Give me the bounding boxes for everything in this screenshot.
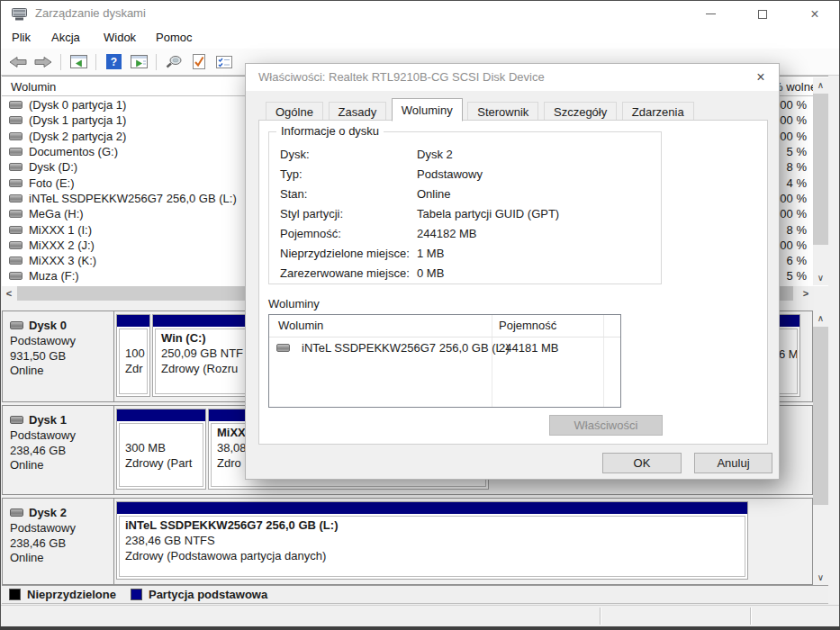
disk-pane-scrollbar[interactable]: ∧ ∨ xyxy=(813,310,828,585)
legend-primary-partition: Partycja podstawowa xyxy=(131,588,267,601)
maximize-button[interactable] xyxy=(745,1,781,27)
back-button[interactable] xyxy=(6,51,30,73)
volume-icon xyxy=(9,179,23,187)
disk-status: Online xyxy=(10,458,113,473)
window-bottom-border xyxy=(0,626,840,630)
show-console-tree-button[interactable] xyxy=(67,51,90,73)
scrollbar-thumb[interactable] xyxy=(813,94,828,245)
dialog-volumes-table[interactable]: Wolumin Pojemność iNTeL SSDPEKKW256G7 25… xyxy=(268,314,621,408)
volume-icon xyxy=(9,132,23,140)
disk-management-app-icon xyxy=(12,8,27,21)
groupbox-legend: Informacje o dysku xyxy=(276,124,384,138)
scroll-up-icon[interactable]: ∧ xyxy=(813,310,828,325)
show-action-pane-button[interactable] xyxy=(127,51,150,73)
info-row: Stan:Online xyxy=(280,184,661,203)
disk-size: 238,46 GB xyxy=(10,536,113,552)
toolbar-separator xyxy=(156,54,157,70)
disk-size: 931,50 GB xyxy=(10,349,113,364)
rescan-disks-button[interactable] xyxy=(162,51,185,73)
scroll-down-icon[interactable]: ∨ xyxy=(813,570,828,584)
close-icon: × xyxy=(756,69,764,86)
status-bar xyxy=(1,605,839,626)
dialog-title: Właściwości: Realtek RTL9210B-CG SCSI Di… xyxy=(258,70,545,84)
svg-text:?: ? xyxy=(110,56,116,68)
menu-akcja[interactable]: Akcja xyxy=(51,31,80,44)
help-button[interactable]: ? xyxy=(102,51,125,73)
menu-pomoc[interactable]: Pomoc xyxy=(156,31,192,44)
dialog-title-bar: Właściwości: Realtek RTL9210B-CG SCSI Di… xyxy=(246,64,779,91)
volume-icon xyxy=(9,148,23,156)
back-icon xyxy=(9,56,27,68)
scroll-down-icon[interactable]: ∨ xyxy=(813,270,828,284)
statusbar-separator xyxy=(750,608,751,625)
info-row: Dysk:Dysk 2 xyxy=(280,144,661,164)
column-header-volume[interactable]: Wolumin xyxy=(11,80,56,94)
table-row[interactable]: iNTeL SSDPEKKW256G7 256,0 GB (L:) 244181… xyxy=(269,338,620,357)
minimize-icon xyxy=(706,14,716,14)
dialog-tabs: Ogólne Zasady Woluminy Sterownik Szczegó… xyxy=(266,100,696,121)
disk-2-info[interactable]: Dysk 2 Podstawowy 238,46 GB Online xyxy=(3,499,114,584)
rescan-disks-icon xyxy=(166,55,182,68)
volume-icon xyxy=(9,116,23,124)
primary-partition-swatch xyxy=(131,589,142,600)
scrollbar-thumb[interactable] xyxy=(813,327,828,505)
volume-icon xyxy=(9,210,23,218)
scroll-left-icon[interactable]: < xyxy=(2,286,16,301)
volume-icon xyxy=(9,163,23,171)
volume-icon xyxy=(9,256,23,265)
info-row: Zarezerwowane miejsce:0 MB xyxy=(280,263,661,283)
scrollbar-corner xyxy=(813,286,828,301)
check-document-button[interactable] xyxy=(187,51,211,73)
tab-woluminy[interactable]: Woluminy xyxy=(392,98,463,122)
disk-info-groupbox: Informacje o dysku Dysk:Dysk 2 Typ:Podst… xyxy=(268,131,662,284)
legend-unallocated: Nieprzydzielone xyxy=(9,588,116,601)
info-row: Pojemność:244182 MB xyxy=(280,223,661,243)
ok-button[interactable]: OK xyxy=(602,453,682,473)
disk-icon xyxy=(10,416,23,424)
disk-type: Podstawowy xyxy=(10,428,113,444)
forward-icon xyxy=(34,56,52,68)
column-header-pojemnosc[interactable]: Pojemność xyxy=(499,319,556,332)
column-header-wolumin[interactable]: Wolumin xyxy=(278,319,323,332)
menu-bar: Plik Akcja Widok Pomoc xyxy=(1,27,839,49)
partition-legend: Nieprzydzielone Partycja podstawowa xyxy=(2,585,828,604)
cancel-button[interactable]: Anuluj xyxy=(694,453,772,473)
dialog-close-button[interactable]: × xyxy=(746,64,775,91)
info-row: Nieprzydzielone miejsce:1 MB xyxy=(280,243,661,263)
show-action-pane-icon xyxy=(131,55,148,68)
menu-widok[interactable]: Widok xyxy=(104,31,136,44)
disk-2-row: Dysk 2 Podstawowy 238,46 GB Online iNTeL… xyxy=(2,498,813,585)
scroll-right-icon[interactable]: > xyxy=(799,286,813,301)
disk-1-partition-1[interactable]: 300 MB Zdrowy (Part xyxy=(116,409,206,490)
disk-type: Podstawowy xyxy=(10,521,113,536)
disk-2-partition-1[interactable]: iNTeL SSDPEKKW256G7 256,0 GB (L:) 238,46… xyxy=(116,501,748,580)
title-bar: Zarządzanie dyskami × xyxy=(1,1,839,27)
volume-list-scrollbar[interactable]: ∧ ∨ xyxy=(813,77,828,285)
toolbar-separator xyxy=(60,54,61,70)
help-icon: ? xyxy=(106,54,122,69)
volume-icon xyxy=(9,272,23,280)
properties-button-disabled[interactable]: Właściwości xyxy=(549,415,663,436)
volume-icon xyxy=(9,101,23,109)
disk-status: Online xyxy=(10,551,113,566)
disk-icon xyxy=(10,508,23,517)
checklist-icon xyxy=(216,55,232,69)
window-title: Zarządzanie dyskami xyxy=(35,6,146,20)
volumes-section-label: Woluminy xyxy=(268,297,320,310)
checklist-button[interactable] xyxy=(212,51,236,73)
close-button[interactable]: × xyxy=(797,1,833,27)
check-document-icon xyxy=(191,54,207,69)
scroll-up-icon[interactable]: ∧ xyxy=(813,77,828,92)
minimize-button[interactable] xyxy=(692,1,728,27)
menu-plik[interactable]: Plik xyxy=(12,31,31,44)
disk-1-info[interactable]: Dysk 1 Podstawowy 238,46 GB Online xyxy=(3,406,114,494)
partition-color-bar xyxy=(117,410,205,421)
volume-icon xyxy=(9,226,23,234)
maximize-icon xyxy=(758,10,767,19)
disk-0-info[interactable]: Dysk 0 Podstawowy 931,50 GB Online xyxy=(3,311,114,401)
forward-button[interactable] xyxy=(32,51,55,73)
disk-0-partition-1[interactable]: 100 Zdr xyxy=(116,314,150,397)
info-row: Typ:Podstawowy xyxy=(280,164,661,184)
volume-icon xyxy=(9,241,23,249)
disk-icon xyxy=(10,321,23,329)
